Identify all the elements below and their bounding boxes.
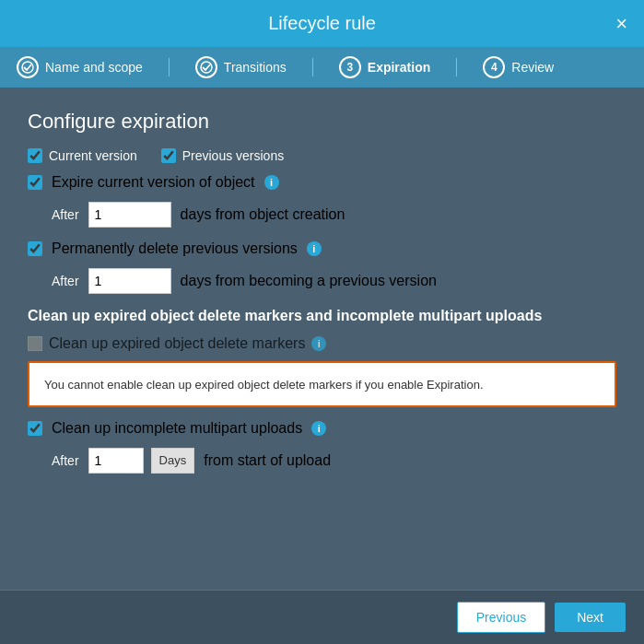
previous-button[interactable]: Previous [457, 602, 545, 633]
next-button[interactable]: Next [555, 603, 626, 632]
step4-label: Review [511, 60, 554, 75]
step-divider-3 [456, 58, 457, 76]
step-divider-2 [312, 58, 313, 76]
steps-bar: Name and scope Transitions 3 Expiration [0, 47, 644, 88]
expire-days-unit: days from object creation [181, 206, 345, 223]
expire-current-checkbox[interactable] [28, 175, 42, 190]
cleanup-markers-checkbox-disabled [28, 336, 42, 351]
perm-days-row: After days from becoming a previous vers… [52, 268, 616, 294]
close-button[interactable]: × [615, 14, 627, 34]
cleanup-multipart-info-icon[interactable]: i [311, 421, 326, 436]
cleanup-markers-label: Clean up expired object delete markers [49, 335, 305, 352]
warning-box: You cannot enable clean up expired objec… [28, 361, 616, 407]
cleanup-markers-row: Clean up expired object delete markers i [28, 335, 616, 352]
after-label-2: After [52, 274, 79, 288]
step3-label: Expiration [368, 60, 430, 75]
multipart-input-group: Days [88, 448, 195, 474]
expire-current-label: Expire current version of object [52, 174, 255, 191]
step-review[interactable]: 4 Review [483, 56, 554, 78]
step-transitions[interactable]: Transitions [195, 56, 287, 78]
svg-point-0 [22, 62, 33, 73]
after-label-1: After [52, 207, 79, 222]
multipart-value-input[interactable] [88, 448, 144, 474]
warning-text: You cannot enable clean up expired objec… [44, 378, 484, 392]
lifecycle-rule-modal: Lifecycle rule × Name and scope Tran [0, 0, 644, 644]
section-title: Configure expiration [28, 110, 616, 134]
current-version-checkbox[interactable] [28, 148, 42, 163]
step2-icon [195, 56, 217, 78]
cleanup-multipart-label: Clean up incomplete multipart uploads [52, 420, 302, 437]
svg-point-1 [201, 62, 212, 73]
perm-delete-checkbox[interactable] [28, 241, 42, 256]
step1-icon [17, 56, 39, 78]
step3-icon: 3 [339, 56, 361, 78]
cleanup-markers-info-icon[interactable]: i [311, 336, 326, 351]
expire-current-row: Expire current version of object i [28, 174, 616, 191]
previous-versions-label: Previous versions [161, 148, 285, 163]
multipart-suffix: from start of upload [204, 452, 331, 469]
multipart-days-row: After Days from start of upload [52, 448, 616, 474]
expire-days-row: After days from object creation [52, 202, 616, 228]
perm-delete-info-icon[interactable]: i [307, 241, 322, 256]
step2-label: Transitions [224, 60, 287, 75]
previous-versions-checkbox[interactable] [161, 148, 176, 163]
step4-number: 4 [491, 61, 498, 74]
perm-delete-row: Permanently delete previous versions i [28, 240, 616, 257]
modal-body: Configure expiration Current version Pre… [0, 88, 644, 590]
step3-number: 3 [346, 61, 353, 74]
modal-title: Lifecycle rule [268, 13, 376, 34]
multipart-unit-label: Days [151, 448, 195, 474]
expire-current-info-icon[interactable]: i [264, 175, 279, 190]
cleanup-multipart-checkbox[interactable] [28, 421, 42, 436]
modal-header: Lifecycle rule × [0, 0, 644, 47]
cleanup-multipart-row: Clean up incomplete multipart uploads i [28, 420, 616, 437]
step-name-scope[interactable]: Name and scope [17, 56, 143, 78]
step-expiration[interactable]: 3 Expiration [339, 56, 430, 78]
step4-icon: 4 [483, 56, 505, 78]
perm-days-unit: days from becoming a previous version [181, 273, 437, 289]
modal-footer: Previous Next [0, 590, 644, 644]
expire-days-input[interactable] [88, 202, 171, 228]
perm-delete-label: Permanently delete previous versions [52, 240, 298, 257]
multipart-after-label: After [52, 453, 79, 468]
version-checkboxes-row: Current version Previous versions [28, 148, 616, 163]
current-version-label: Current version [28, 148, 137, 163]
step-divider-1 [169, 58, 170, 76]
perm-days-input[interactable] [88, 268, 171, 294]
step1-label: Name and scope [45, 60, 143, 75]
cleanup-subtitle: Clean up expired object delete markers a… [28, 307, 616, 326]
